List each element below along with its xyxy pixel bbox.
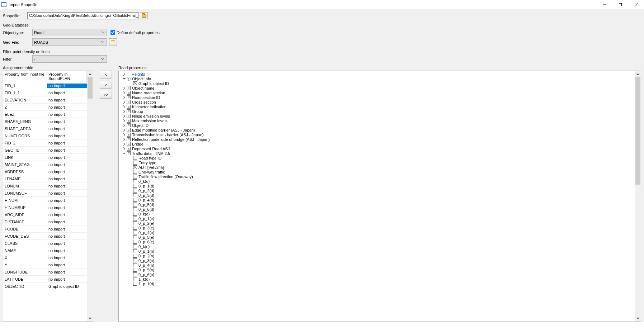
table-row[interactable]: NUMFLOORSno import [3, 132, 87, 139]
scroll-down-button[interactable] [87, 315, 93, 322]
table-row[interactable]: HINUMno import [3, 197, 87, 204]
tree-node[interactable]: Entry type [119, 160, 635, 165]
tree-node[interactable]: 0_p_6(e) [119, 239, 635, 244]
tree-node[interactable]: ADT [Veh/24h] [119, 165, 635, 170]
tree-node[interactable]: One-way traffic [119, 170, 635, 174]
filter-combobox[interactable]: - [32, 55, 107, 63]
tree-node[interactable]: Group [119, 109, 635, 114]
tree-node[interactable]: 0_p_4(n) [119, 263, 635, 267]
tree-node[interactable]: 0_p_3(n) [119, 258, 635, 263]
expander-icon[interactable] [122, 147, 126, 151]
expander-icon[interactable] [122, 96, 126, 99]
table-row[interactable]: LONUMSUFno import [3, 190, 87, 197]
tree-node[interactable]: Road type ID [119, 156, 635, 160]
expander-icon[interactable] [122, 152, 126, 155]
maximize-button[interactable] [612, 0, 628, 9]
table-row[interactable]: LINKno import [3, 154, 87, 161]
tree-node[interactable]: Bridge [119, 142, 635, 146]
tree-node[interactable]: 0_p_5(d) [119, 202, 635, 207]
tree-node[interactable]: 0_p_3(e) [119, 225, 635, 230]
tree-node[interactable]: 0_p_4(d) [119, 198, 635, 202]
assignment-scrollbar[interactable] [87, 71, 93, 322]
expander-icon[interactable] [122, 114, 126, 118]
expander-icon[interactable] [122, 133, 126, 137]
tree-node[interactable]: Reflection underside of bridge (ASJ - Ja… [119, 137, 635, 142]
table-row[interactable]: FCODE_DESno import [3, 233, 87, 240]
table-row[interactable]: LATITUDEno import [3, 276, 87, 283]
unassign-button[interactable]: < [100, 71, 112, 79]
tree-node[interactable]: 0_k(d) [119, 179, 635, 184]
tree-node[interactable]: 0_p_2(e) [119, 221, 635, 225]
table-row[interactable]: FID_1no import [3, 82, 87, 89]
tree-node[interactable]: 0_p_6(d) [119, 207, 635, 211]
tree-node[interactable]: Cross section [119, 100, 635, 104]
table-row[interactable]: MAINT_STAGno import [3, 161, 87, 168]
table-row[interactable]: CLASSno import [3, 240, 87, 247]
define-defaults-input[interactable] [111, 30, 115, 35]
new-geofile-button[interactable] [109, 38, 117, 46]
tree-node[interactable]: 0_p_1(e) [119, 216, 635, 221]
tree-node[interactable]: Edge modified barrier (ASJ - Japan) [119, 128, 635, 132]
table-row[interactable]: SHAPE_LENGno import [3, 118, 87, 125]
table-row[interactable]: FID_1_1no import [3, 89, 87, 96]
assign-button[interactable]: > [100, 81, 112, 89]
scroll-down-button[interactable] [635, 315, 641, 322]
table-row[interactable]: ARC_SIDEno import [3, 211, 87, 218]
geofile-combobox[interactable]: ROADS [32, 38, 107, 46]
table-row[interactable]: Xno import [3, 254, 87, 261]
tree-node[interactable]: Noise emission levels [119, 114, 635, 118]
expander-icon[interactable] [122, 128, 126, 132]
tree-node[interactable]: Object ID [119, 123, 635, 128]
tree-node[interactable]: 0_p_1(d) [119, 184, 635, 188]
scroll-track[interactable] [87, 77, 93, 315]
tree-scrollbar[interactable] [635, 71, 641, 322]
tree-node[interactable]: Transmission loss - barrier (ASJ - Japan… [119, 132, 635, 137]
expander-icon[interactable] [122, 91, 126, 95]
tree-node[interactable]: 1_k(d) [119, 277, 635, 281]
table-row[interactable]: NAMEno import [3, 247, 87, 254]
tree-node[interactable]: 0_k(n) [119, 244, 635, 249]
expander-icon[interactable] [122, 77, 126, 81]
tree-node[interactable]: 0_p_6(n) [119, 272, 635, 277]
expander-icon[interactable] [122, 72, 126, 76]
minimize-button[interactable] [597, 0, 612, 9]
tree-node[interactable]: Kilometer indication [119, 104, 635, 109]
tree-node[interactable]: 1_p_1(d) [119, 281, 635, 286]
tree-node[interactable]: Name road section [119, 90, 635, 95]
expander-icon[interactable] [122, 105, 126, 109]
assignment-header-source[interactable]: Property from input file [3, 71, 47, 82]
tree-node[interactable]: 0_p_2(n) [119, 253, 635, 258]
table-row[interactable]: FID_2no import [3, 139, 87, 147]
tree-node[interactable]: Object name [119, 86, 635, 90]
table-row[interactable]: ELEVATIONno import [3, 96, 87, 104]
table-row[interactable]: LONGITUDEno import [3, 268, 87, 276]
tree-node[interactable]: Graphic object ID [119, 81, 635, 86]
expander-icon[interactable] [122, 124, 126, 127]
tree-node[interactable]: Max emission levels [119, 118, 635, 123]
table-row[interactable]: LFNAMEno import [3, 175, 87, 182]
tree-node[interactable]: 0_p_3(d) [119, 193, 635, 198]
scroll-thumb[interactable] [88, 77, 93, 99]
table-row[interactable]: FCODEno import [3, 225, 87, 233]
tree-node[interactable]: 0_p_5(n) [119, 267, 635, 272]
expander-icon[interactable] [122, 138, 126, 141]
tree-node[interactable]: Traffic data - TNM 2.5 [119, 151, 635, 156]
table-row[interactable]: LONUMno import [3, 182, 87, 190]
tree-node[interactable]: 0_p_2(d) [119, 188, 635, 193]
expander-icon[interactable] [122, 142, 126, 146]
scroll-up-button[interactable] [87, 71, 93, 77]
table-row[interactable]: OBJECTIDGraphic object ID [3, 283, 87, 290]
expander-icon[interactable] [122, 110, 126, 113]
scroll-track[interactable] [635, 77, 641, 315]
tree-node[interactable]: 0_p_5(e) [119, 235, 635, 239]
table-row[interactable]: Yno import [3, 261, 87, 268]
define-defaults-checkbox[interactable]: Define default properties [111, 30, 160, 35]
table-row[interactable]: HINUMSUFno import [3, 204, 87, 211]
tree-node[interactable]: Heights [119, 72, 635, 76]
table-row[interactable]: Zno import [3, 104, 87, 111]
expander-icon[interactable] [122, 119, 126, 123]
tree-node[interactable]: 0_p_1(n) [119, 249, 635, 253]
scroll-up-button[interactable] [635, 71, 641, 77]
expander-icon[interactable] [122, 86, 126, 90]
table-row[interactable]: SHAPE_AREAno import [3, 125, 87, 132]
